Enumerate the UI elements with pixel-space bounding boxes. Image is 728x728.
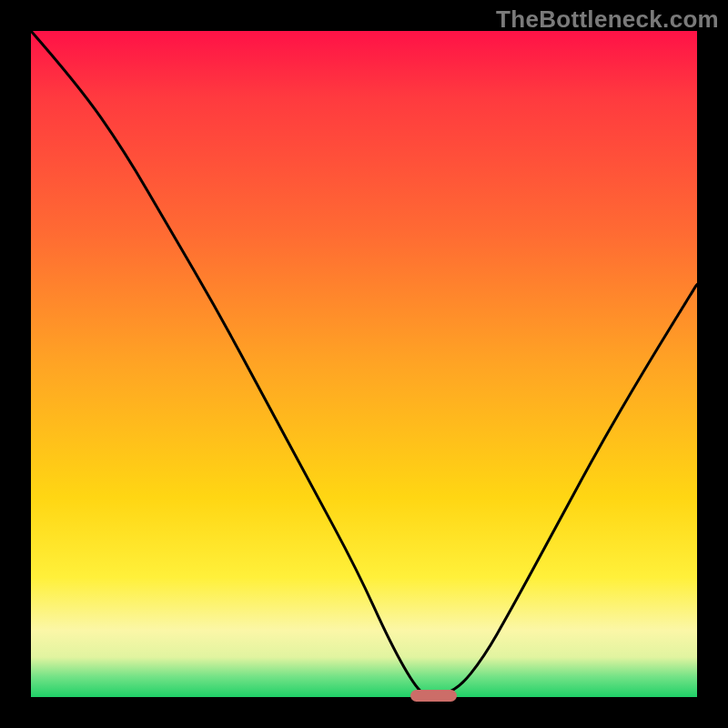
watermark-text: TheBottleneck.com xyxy=(496,5,719,34)
chart-frame: TheBottleneck.com xyxy=(0,0,728,728)
bottleneck-curve xyxy=(31,31,697,697)
optimal-range-marker xyxy=(410,690,457,702)
plot-area xyxy=(31,31,697,697)
